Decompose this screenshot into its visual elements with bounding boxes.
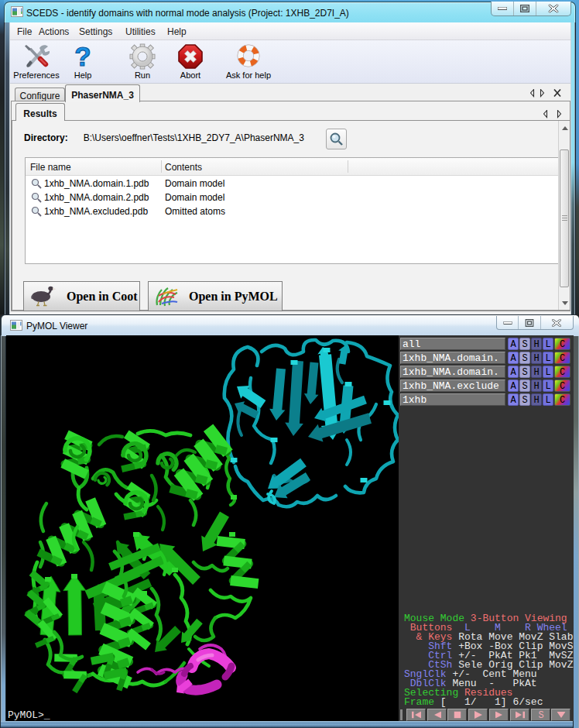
svg-text:?: ?	[74, 43, 91, 70]
svg-text:S: S	[538, 710, 543, 719]
